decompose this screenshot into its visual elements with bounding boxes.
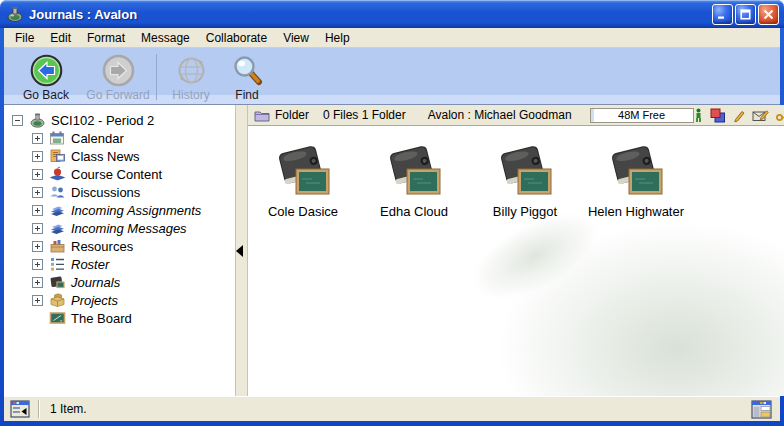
journal-item-label: Helen Highwater: [588, 204, 684, 219]
expand-box-icon[interactable]: [32, 169, 43, 180]
tree-item-calendar[interactable]: Calendar: [4, 129, 235, 147]
file-counts: 0 Files 1 Folder: [323, 108, 406, 122]
person-icon[interactable]: [694, 108, 703, 123]
close-button[interactable]: [758, 4, 779, 25]
journal-item-label: Billy Piggot: [493, 204, 557, 219]
journal-icon: [49, 274, 66, 290]
item-count-label: 1 Item.: [50, 402, 87, 416]
flask-icon: [29, 112, 46, 128]
go-back-label: Go Back: [23, 88, 69, 102]
header-action-icons: [694, 108, 784, 123]
calendar-icon: [49, 130, 66, 146]
journal-item-label: Edha Cloud: [380, 204, 448, 219]
expand-box-icon[interactable]: [32, 295, 43, 306]
folder-icon: [254, 109, 270, 122]
expand-box-icon[interactable]: [32, 259, 43, 270]
people-icon: [49, 184, 66, 200]
forward-icon: [102, 54, 135, 87]
pencil-icon[interactable]: [733, 108, 745, 123]
find-button[interactable]: Find: [219, 52, 275, 102]
apple-book-icon: [49, 166, 66, 182]
go-forward-button[interactable]: Go Forward: [82, 52, 154, 102]
tree-label: Projects: [71, 293, 118, 308]
board-icon: [49, 310, 66, 326]
tree-item-journals[interactable]: Journals: [4, 273, 235, 291]
tree-item-discussions[interactable]: Discussions: [4, 183, 235, 201]
projects-icon: [49, 292, 66, 308]
compose-icon[interactable]: [752, 108, 769, 123]
history-button[interactable]: History: [163, 52, 219, 102]
title-bar: Journals : Avalon: [0, 0, 784, 28]
tree-label: The Board: [71, 311, 132, 326]
layout-view-icon[interactable]: [751, 400, 772, 419]
collapse-box-icon[interactable]: [12, 115, 23, 126]
app-window: Journals : Avalon File Edit Format Messa…: [0, 0, 784, 426]
minimize-button[interactable]: [712, 4, 733, 25]
tree-item-course-content[interactable]: Course Content: [4, 165, 235, 183]
menu-help[interactable]: Help: [317, 29, 358, 47]
journal-book-icon: [497, 142, 553, 200]
tree-item-projects[interactable]: Projects: [4, 291, 235, 309]
journal-book-icon: [275, 142, 331, 200]
layers-icon[interactable]: [710, 108, 726, 123]
books-icon: [49, 202, 66, 218]
journal-book-icon: [608, 142, 664, 200]
journal-item-billy-piggot[interactable]: Billy Piggot: [475, 142, 575, 219]
tree-item-roster[interactable]: Roster: [4, 255, 235, 273]
tree-label: Incoming Assignments: [71, 203, 201, 218]
menu-view[interactable]: View: [275, 29, 317, 47]
tree-label: Course Content: [71, 167, 162, 182]
find-label: Find: [235, 88, 258, 102]
tree-label: Incoming Messages: [71, 221, 187, 236]
expand-box-icon[interactable]: [32, 133, 43, 144]
expand-box-icon[interactable]: [32, 277, 43, 288]
journal-item-helen-highwater[interactable]: Helen Highwater: [586, 142, 686, 219]
go-back-button[interactable]: Go Back: [10, 52, 82, 102]
tree-item-incoming-messages[interactable]: Incoming Messages: [4, 219, 235, 237]
main-area: SCI102 - Period 2 Calendar: [4, 105, 780, 396]
tree-label: SCI102 - Period 2: [51, 113, 154, 128]
tree-label: Roster: [71, 257, 109, 272]
used-space-indicator: [591, 109, 594, 122]
expand-box-icon[interactable]: [32, 151, 43, 162]
content-header: Folder 0 Files 1 Folder Avalon : Michael…: [248, 105, 784, 126]
panel-splitter[interactable]: [236, 105, 248, 396]
menu-collaborate[interactable]: Collaborate: [198, 29, 275, 47]
window-title: Journals : Avalon: [29, 7, 710, 22]
journal-item-edha-cloud[interactable]: Edha Cloud: [364, 142, 464, 219]
tree-label: Class News: [71, 149, 140, 164]
tree-label: Resources: [71, 239, 133, 254]
tree-label: Discussions: [71, 185, 140, 200]
menu-format[interactable]: Format: [79, 29, 133, 47]
tree-root-sci102[interactable]: SCI102 - Period 2: [4, 111, 235, 129]
toolbar-separator: [156, 54, 157, 100]
menu-file[interactable]: File: [7, 29, 42, 47]
tree-item-class-news[interactable]: Class News: [4, 147, 235, 165]
books-icon: [49, 220, 66, 236]
menu-edit[interactable]: Edit: [42, 29, 79, 47]
history-label: History: [172, 88, 209, 102]
journal-item-cole-dasice[interactable]: Cole Dasice: [253, 142, 353, 219]
status-separator: [38, 400, 40, 418]
roster-icon: [49, 256, 66, 272]
menu-bar: File Edit Format Message Collaborate Vie…: [4, 28, 780, 48]
tree-label: Calendar: [71, 131, 124, 146]
tree-item-incoming-assignments[interactable]: Incoming Assignments: [4, 201, 235, 219]
owner-label: Avalon : Michael Goodman: [428, 108, 572, 122]
collapse-panel-icon[interactable]: [236, 245, 243, 257]
menu-message[interactable]: Message: [133, 29, 198, 47]
expand-box-icon[interactable]: [32, 205, 43, 216]
tree-panel: SCI102 - Period 2 Calendar: [4, 105, 236, 396]
news-icon: [49, 148, 66, 164]
folder-view: Cole Dasice: [248, 126, 784, 396]
expand-box-icon[interactable]: [32, 223, 43, 234]
key-pencil-icon[interactable]: [776, 108, 784, 123]
expand-box-icon[interactable]: [32, 241, 43, 252]
history-icon: [175, 54, 208, 87]
toggle-sidebar-icon[interactable]: [10, 400, 30, 418]
tree-item-the-board[interactable]: The Board: [4, 309, 235, 327]
maximize-button[interactable]: [735, 4, 756, 25]
tree-item-resources[interactable]: Resources: [4, 237, 235, 255]
content-panel: Folder 0 Files 1 Folder Avalon : Michael…: [248, 105, 784, 396]
expand-box-icon[interactable]: [32, 187, 43, 198]
